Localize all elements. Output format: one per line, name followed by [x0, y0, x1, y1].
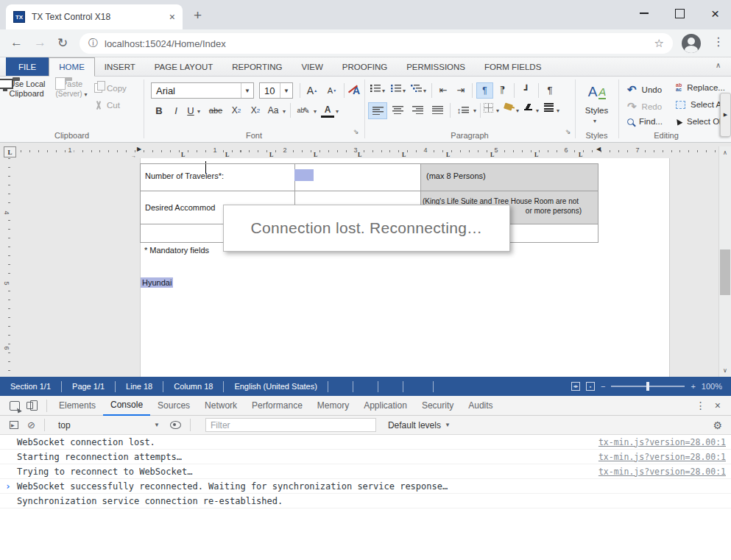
- caret-icon[interactable]: ▾: [496, 107, 499, 114]
- caret-icon[interactable]: ▾: [382, 88, 385, 94]
- back-icon[interactable]: ←: [10, 35, 23, 50]
- scroll-down-icon[interactable]: ∨: [719, 367, 731, 374]
- caret-icon[interactable]: ▾: [516, 107, 519, 114]
- zoom-slider[interactable]: [611, 386, 685, 387]
- tab-stop-icon[interactable]: [181, 152, 185, 158]
- copy-button[interactable]: Copy: [94, 83, 127, 93]
- console-settings-gear-icon[interactable]: ⚙: [713, 419, 731, 431]
- address-bar[interactable]: ⓘ localhost:15024/Home/Index ☆: [80, 33, 673, 54]
- window-minimize-icon[interactable]: [640, 13, 649, 14]
- ribbon-tab-reporting[interactable]: REPORTING: [222, 57, 292, 76]
- devtools-tab-memory[interactable]: Memory: [310, 396, 356, 416]
- profile-avatar[interactable]: [682, 34, 701, 53]
- rtl-paragraph-button[interactable]: ¶: [495, 82, 510, 97]
- caret-icon[interactable]: ▾: [423, 88, 426, 94]
- vertical-scrollbar[interactable]: ∧ ∨: [718, 146, 731, 377]
- console-sidebar-icon[interactable]: ▶: [10, 421, 18, 429]
- console-filter-input[interactable]: [205, 418, 376, 432]
- tab-stop-icon[interactable]: [446, 152, 450, 158]
- styles-button-icon[interactable]: [582, 82, 612, 102]
- justify-button[interactable]: [428, 102, 446, 118]
- tab-stop-icon[interactable]: [225, 152, 229, 158]
- align-right-button[interactable]: [409, 102, 426, 118]
- url-text[interactable]: localhost:15024/Home/Index: [105, 38, 648, 49]
- ribbon-tab-form-fields[interactable]: FORM FIELDS: [475, 57, 551, 76]
- caret-icon[interactable]: ▾: [593, 118, 596, 124]
- ribbon-tab-file[interactable]: FILE: [6, 57, 49, 76]
- new-tab-button[interactable]: +: [194, 7, 202, 24]
- show-formatting-marks-button[interactable]: ¶: [543, 82, 557, 97]
- increase-indent-button[interactable]: ⇥: [453, 82, 468, 97]
- strikethrough-button[interactable]: abe: [206, 103, 225, 118]
- browser-tab[interactable]: TX TX Text Control X18 ×: [6, 4, 183, 29]
- devtools-menu-icon[interactable]: ⋮: [687, 400, 715, 411]
- devtools-tab-sources[interactable]: Sources: [150, 396, 197, 416]
- ribbon-scroll-right-button[interactable]: ▶: [720, 93, 731, 137]
- devtools-tab-console[interactable]: Console: [103, 396, 150, 416]
- tab-stop-icon[interactable]: [579, 152, 582, 158]
- forward-icon[interactable]: →: [34, 35, 46, 50]
- devtools-tab-security[interactable]: Security: [414, 396, 461, 416]
- tab-stop-icon[interactable]: [534, 152, 538, 158]
- styles-button[interactable]: Styles: [575, 106, 618, 115]
- expand-arrow-icon[interactable]: ›: [5, 481, 11, 492]
- shading-button[interactable]: [504, 104, 512, 110]
- subscript-button[interactable]: X2: [228, 103, 244, 118]
- grow-font-button[interactable]: [304, 82, 320, 99]
- numbered-list-button[interactable]: [390, 84, 401, 92]
- ribbon-tab-proofing[interactable]: PROOFING: [333, 57, 397, 76]
- underline-button[interactable]: U: [184, 103, 197, 118]
- superscript-button[interactable]: X2: [247, 103, 264, 118]
- javascript-context-select[interactable]: top ▼: [58, 420, 160, 430]
- window-maximize-icon[interactable]: [675, 9, 685, 18]
- indent-marker-left-icon[interactable]: ▶: [137, 146, 141, 152]
- ribbon-tab-view[interactable]: VIEW: [292, 57, 332, 76]
- ribbon-tab-permissions[interactable]: PERMISSIONS: [397, 57, 475, 76]
- bold-button[interactable]: B: [152, 103, 166, 118]
- multilevel-list-button[interactable]: [411, 84, 422, 92]
- devtools-close-icon[interactable]: ×: [715, 400, 731, 411]
- text-direction-button[interactable]: ┛: [518, 82, 534, 97]
- ribbon-tab-page-layout[interactable]: PAGE LAYOUT: [145, 57, 222, 76]
- devtools-tab-performance[interactable]: Performance: [244, 396, 310, 416]
- caret-icon[interactable]: ▾: [336, 108, 339, 115]
- tab-stop-icon[interactable]: [402, 152, 406, 158]
- fit-width-icon[interactable]: ▪: [586, 382, 595, 391]
- inspect-element-icon[interactable]: [10, 401, 20, 411]
- caret-icon[interactable]: ▾: [536, 107, 539, 114]
- undo-button[interactable]: ↶ Undo: [627, 83, 662, 96]
- device-toolbar-icon[interactable]: [30, 400, 38, 411]
- caret-icon[interactable]: ▾: [557, 107, 559, 114]
- devtools-tab-elements[interactable]: Elements: [52, 396, 103, 416]
- reload-icon[interactable]: ↻: [57, 35, 68, 51]
- scroll-up-icon[interactable]: ∧: [719, 149, 731, 156]
- bullet-list-button[interactable]: [370, 84, 381, 92]
- horizontal-lines-button[interactable]: [544, 103, 554, 112]
- text-frame-button[interactable]: [524, 104, 532, 110]
- source-link[interactable]: tx-min.js?version=28.00:1: [598, 467, 726, 477]
- caret-icon[interactable]: ▾: [283, 108, 286, 115]
- clear-console-icon[interactable]: ⊘: [27, 419, 35, 430]
- find-button[interactable]: Find...: [627, 117, 663, 126]
- caret-icon[interactable]: ▾: [197, 108, 200, 115]
- tab-stop-icon[interactable]: [358, 152, 361, 158]
- cut-button[interactable]: Cut: [94, 101, 120, 110]
- log-levels-select[interactable]: Default levels ▼: [388, 420, 451, 430]
- devtools-tab-audits[interactable]: Audits: [461, 396, 500, 416]
- decrease-indent-button[interactable]: ⇤: [436, 82, 451, 97]
- shrink-font-button[interactable]: [324, 82, 340, 99]
- ltr-paragraph-button[interactable]: ¶: [476, 82, 493, 99]
- indent-marker-right-icon[interactable]: ◀: [596, 146, 601, 152]
- live-expression-eye-icon[interactable]: [170, 421, 181, 429]
- browser-menu-icon[interactable]: ⋮: [713, 35, 724, 49]
- source-link[interactable]: tx-min.js?version=28.00:1: [598, 437, 726, 447]
- travelers-form-field[interactable]: [294, 169, 314, 181]
- tab-stop-icon[interactable]: [490, 152, 494, 158]
- tab-selector-box[interactable]: L: [4, 146, 16, 157]
- caret-icon[interactable]: ▾: [403, 88, 406, 94]
- line-spacing-button[interactable]: ↕: [454, 102, 472, 118]
- ribbon-tab-insert[interactable]: INSERT: [95, 57, 145, 76]
- italic-button[interactable]: I: [169, 103, 183, 118]
- font-color-button[interactable]: A: [321, 103, 334, 118]
- tab-stop-icon[interactable]: [314, 152, 317, 158]
